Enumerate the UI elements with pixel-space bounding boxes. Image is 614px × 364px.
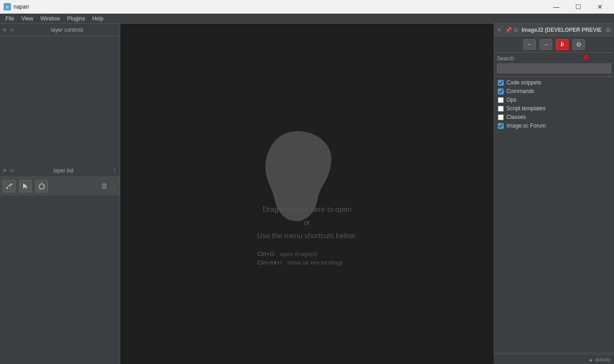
app-icon: n bbox=[4, 3, 11, 10]
center-canvas[interactable]: Drag image(s) here to open or Use the me… bbox=[120, 24, 494, 364]
app-title: napari bbox=[14, 4, 543, 10]
expand-icon: ⊕ bbox=[3, 27, 8, 33]
checkbox-code-snippets[interactable]: Code snippets bbox=[498, 79, 610, 86]
canvas-instructions: Drag image(s) here to open or Use the me… bbox=[257, 203, 357, 266]
checkbox-commands[interactable]: Commands bbox=[498, 88, 610, 94]
code-snippets-label: Code snippets bbox=[506, 79, 541, 86]
left-panel: ⊕ ⊙ layer controls ··· ⊕ ⊙ layer list ⋮ bbox=[0, 24, 120, 364]
shortcut-bindings: Ctrl+Alt+/ show all key bindings bbox=[257, 259, 357, 266]
polygon-icon bbox=[38, 182, 45, 190]
checkbox-imagesc-forum[interactable]: Image.sc Forum bbox=[498, 123, 610, 129]
activity-bar[interactable]: ▲ activity bbox=[494, 354, 614, 364]
classes-label: Classes bbox=[506, 114, 526, 120]
activity-label: activity bbox=[595, 357, 610, 362]
panel-close-icon[interactable]: ✕ bbox=[497, 27, 503, 33]
imagesc-forum-checkbox[interactable] bbox=[498, 123, 504, 129]
red-arrow-indicator: ▲ bbox=[581, 51, 590, 61]
right-panel: ✕ 📌 ⧉ ImageJ2 (DEVELOPER PREVIE ⚙ ← → b … bbox=[494, 24, 614, 364]
checkbox-script-templates[interactable]: Script templates bbox=[498, 105, 610, 112]
panel-title: ImageJ2 (DEVELOPER PREVIE bbox=[520, 27, 604, 33]
shortcut-open: Ctrl+O open image(s) bbox=[257, 251, 357, 257]
menu-plugins[interactable]: Plugins bbox=[64, 15, 88, 23]
ops-label: Ops bbox=[506, 97, 516, 103]
title-bar: n napari — ☐ ✕ bbox=[0, 0, 614, 14]
maximize-button[interactable]: ☐ bbox=[568, 0, 589, 14]
nav-bookmark-button[interactable]: b bbox=[556, 39, 569, 50]
layer-list-toolbar: 🗑 ⋮ bbox=[0, 177, 120, 195]
classes-checkbox[interactable] bbox=[498, 114, 504, 120]
search-label: Search bbox=[497, 55, 611, 62]
close-button[interactable]: ✕ bbox=[589, 0, 610, 14]
imagesc-forum-label: Image.sc Forum bbox=[506, 123, 546, 129]
shortcuts-list: Ctrl+O open image(s) Ctrl+Alt+/ show all… bbox=[257, 251, 357, 266]
minimize-button[interactable]: — bbox=[546, 0, 567, 14]
points-tool-button[interactable] bbox=[3, 180, 15, 192]
svg-point-0 bbox=[6, 187, 8, 189]
polygon-tool-button[interactable] bbox=[35, 180, 48, 192]
right-panel-header: ✕ 📌 ⧉ ImageJ2 (DEVELOPER PREVIE ⚙ bbox=[494, 24, 614, 36]
more-options-button[interactable]: ⋮ bbox=[112, 183, 117, 189]
menu-file[interactable]: File bbox=[2, 15, 18, 23]
arrow-icon bbox=[22, 182, 29, 190]
menu-bar: File View Window Plugins Help bbox=[0, 14, 614, 24]
nav-settings-button[interactable]: ⚙ bbox=[572, 39, 585, 50]
panel-resize-icon: ⋮ bbox=[605, 133, 611, 141]
shortcut-bindings-desc: show all key bindings bbox=[287, 259, 343, 266]
commands-checkbox[interactable] bbox=[498, 89, 504, 94]
panel-detach-icon[interactable]: ⧉ bbox=[514, 27, 518, 33]
nav-forward-button[interactable]: → bbox=[540, 39, 552, 50]
nav-back-button[interactable]: ← bbox=[523, 39, 536, 50]
panel-settings-icon[interactable]: ⚙ bbox=[605, 26, 611, 34]
menu-help[interactable]: Help bbox=[88, 15, 107, 23]
right-nav-bar: ← → b ⚙ ▲ bbox=[494, 36, 614, 53]
layer-controls-area: ⊕ ⊙ layer controls ··· bbox=[0, 24, 120, 164]
checkbox-ops[interactable]: Ops bbox=[498, 97, 610, 103]
ops-checkbox[interactable] bbox=[498, 97, 504, 103]
shortcut-bindings-key: Ctrl+Alt+/ bbox=[257, 259, 282, 266]
checkbox-list: Code snippets Commands Ops Script templa… bbox=[494, 77, 614, 132]
search-icon: ⊙ bbox=[10, 27, 15, 33]
drag-hint: Drag image(s) here to open or Use the me… bbox=[257, 203, 357, 242]
three-dots: ··· bbox=[0, 166, 120, 175]
select-tool-button[interactable] bbox=[19, 180, 32, 192]
right-panel-dots-area: ⋮ bbox=[494, 132, 614, 143]
delete-layer-button[interactable]: 🗑 bbox=[101, 182, 108, 190]
code-snippets-checkbox[interactable] bbox=[498, 80, 504, 86]
layer-controls-header: ⊕ ⊙ layer controls bbox=[0, 24, 120, 36]
activity-chevron-icon: ▲ bbox=[588, 357, 593, 362]
svg-point-2 bbox=[10, 183, 12, 185]
main-layout: ⊕ ⊙ layer controls ··· ⊕ ⊙ layer list ⋮ bbox=[0, 24, 614, 364]
layer-list-area: ⊕ ⊙ layer list ⋮ bbox=[0, 164, 120, 364]
layer-controls-label: layer controls bbox=[17, 27, 117, 33]
search-input[interactable] bbox=[497, 64, 611, 74]
menu-window[interactable]: Window bbox=[37, 15, 64, 23]
points-icon bbox=[5, 182, 13, 190]
panel-pin-icon[interactable]: 📌 bbox=[505, 27, 512, 33]
layer-controls-content bbox=[0, 36, 120, 166]
search-bar-area: Search bbox=[494, 53, 614, 77]
shortcut-open-desc: open image(s) bbox=[280, 251, 318, 257]
menu-view[interactable]: View bbox=[18, 15, 37, 23]
svg-point-1 bbox=[9, 185, 10, 187]
shortcut-open-key: Ctrl+O bbox=[257, 251, 275, 257]
commands-label: Commands bbox=[506, 88, 534, 94]
script-templates-checkbox[interactable] bbox=[498, 106, 504, 112]
script-templates-label: Script templates bbox=[506, 105, 545, 112]
checkbox-classes[interactable]: Classes bbox=[498, 114, 610, 120]
window-controls: — ☐ ✕ bbox=[546, 0, 610, 14]
